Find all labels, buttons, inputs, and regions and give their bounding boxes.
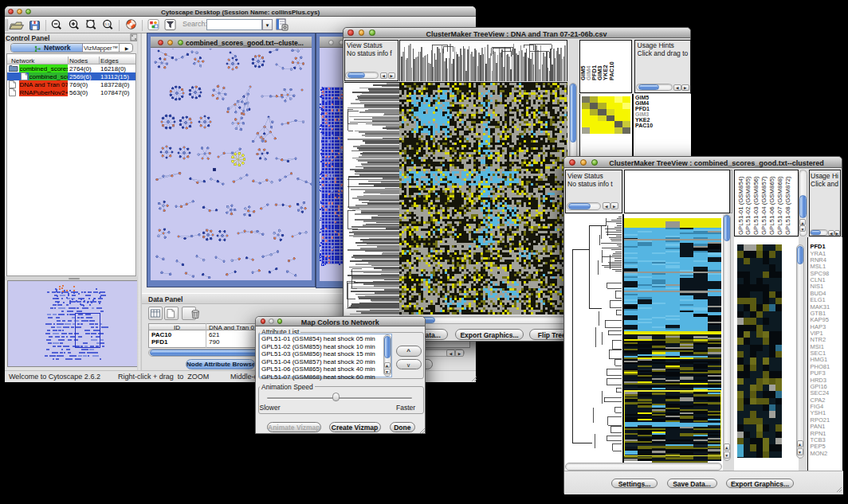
svg-text:GPL51-07 (GSM868): GPL51-07 (GSM868) <box>776 175 783 234</box>
svg-text:1:1: 1:1 <box>105 22 111 26</box>
svg-text:GPL51-01 (GSM854): GPL51-01 (GSM854) <box>736 175 744 234</box>
svg-text:GPL51-03 (GSM856): GPL51-03 (GSM856) <box>752 175 760 234</box>
svg-text:GPL51-02 (GSM855): GPL51-02 (GSM855) <box>744 175 752 234</box>
svg-text:GPL51-04 (GSM857): GPL51-04 (GSM857) <box>760 175 768 234</box>
svg-text:PAC10: PAC10 <box>608 61 615 80</box>
svg-text:GPL51-08 (GSM872): GPL51-08 (GSM872) <box>783 175 791 234</box>
svg-text:GPL51-06 (GSM865): GPL51-06 (GSM865) <box>768 175 775 234</box>
